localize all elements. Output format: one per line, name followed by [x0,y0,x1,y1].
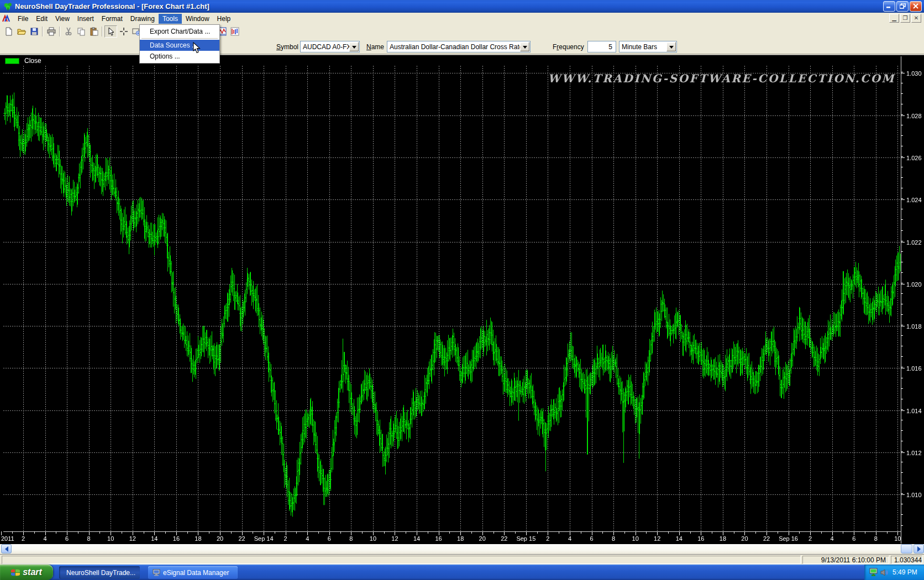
symbol-label: Symbol [276,43,298,51]
menu-view[interactable]: View [51,14,74,24]
windows-logo-icon [11,568,20,577]
ohlc-chart-icon [230,27,239,36]
menu-tools[interactable]: Tools [159,14,182,24]
close-series-label: Close [24,57,41,65]
pointer-icon [107,27,116,36]
close-button[interactable] [910,1,922,12]
paste-icon [90,27,98,36]
menu-window[interactable]: Window [182,14,213,24]
save-button[interactable] [28,25,40,38]
pointer-tool-button[interactable] [104,25,117,38]
status-last-value: 1.030344 [891,556,922,564]
chevron-down-icon[interactable] [666,42,676,51]
window-title: NeuroShell DayTrader Professional - [For… [15,2,209,10]
mdi-close-button[interactable]: ✕ [911,14,921,23]
toolbar-separator [102,27,103,36]
network-icon[interactable] [869,568,878,577]
document-icon [2,14,11,23]
clock: 5:49 PM [893,568,917,576]
copy-button[interactable] [75,25,87,38]
restore-button[interactable] [896,1,909,12]
chart-legend: Close [5,57,41,65]
toolbar-separator [42,27,43,36]
status-message-panel [2,556,801,564]
cut-button[interactable] [62,25,75,38]
frequency-label: Frequency [553,43,584,51]
start-label: start [23,567,42,577]
symbol-row: Symbol AUDCAD A0-FX Name Australian Doll… [0,39,924,54]
chart-region: Close WWW.TRADING-SOFTWARE-COLLECTION.CO… [0,55,924,554]
mouse-cursor [193,42,201,54]
menu-file[interactable]: File [14,14,32,24]
copy-icon [77,27,86,36]
price-chart-canvas[interactable] [0,55,924,555]
bar-type-select[interactable]: Minute Bars [619,41,677,52]
print-button[interactable] [45,25,57,38]
symbol-select[interactable]: AUDCAD A0-FX [300,41,360,52]
taskbar-item-neuroshell[interactable]: NeuroShell DayTrade... [59,566,140,579]
arrow-right-icon [917,546,921,552]
menu-item-options[interactable]: Options ... [140,51,219,62]
esignal-monitor-icon [153,569,160,576]
arrow-left-icon [4,546,9,552]
menu-item-export-chart-data[interactable]: Export Chart/Data ... [140,26,219,37]
taskbar-item-esignal[interactable]: eSignal Data Manager [148,566,238,579]
start-button[interactable]: start [0,565,53,580]
status-bar: 9/13/2011 6:10:00 PM 1.030344 [0,554,924,565]
name-select[interactable]: Australian Dollar-Canadian Dollar Cross … [387,41,531,52]
paste-button[interactable] [87,25,100,38]
scissors-icon [64,27,73,36]
menu-bar: File Edit View Insert Format Drawing Too… [0,13,924,24]
taskbar: start NeuroShell DayTrade... eSignal Dat… [0,565,924,580]
scroll-left-button[interactable] [1,544,12,553]
volume-icon[interactable] [880,568,889,577]
open-button[interactable] [15,25,28,38]
name-label: Name [366,43,384,51]
toolbar [0,24,924,39]
chevron-down-icon[interactable] [349,42,359,51]
open-folder-icon [17,27,26,36]
new-document-button[interactable] [2,25,15,38]
title-bar: NeuroShell DayTrader Professional - [For… [0,0,924,13]
ohlc-chart-button[interactable] [228,25,241,38]
frequency-input[interactable]: 5 [587,41,616,52]
menu-item-data-sources[interactable]: Data Sources ... [140,40,219,51]
close-series-swatch [5,58,19,64]
mdi-restore-button[interactable]: ❐ [900,14,910,23]
chevron-down-icon[interactable] [520,42,529,51]
menu-separator [141,38,218,39]
printer-icon [47,27,56,36]
minimize-button[interactable] [883,1,895,12]
menu-drawing[interactable]: Drawing [127,14,159,24]
menu-help[interactable]: Help [213,14,235,24]
tools-dropdown-menu: Export Chart/Data ... Data Sources ... O… [139,24,220,64]
menu-format[interactable]: Format [98,14,127,24]
mdi-minimize-button[interactable]: ▁ [889,14,899,23]
crosshair-tool-button[interactable] [117,25,130,38]
system-tray: 5:49 PM [864,565,924,580]
new-document-icon [4,27,13,36]
menu-edit[interactable]: Edit [32,14,51,24]
horizontal-scrollbar[interactable] [0,544,924,554]
crosshair-icon [119,27,128,36]
menu-insert[interactable]: Insert [74,14,98,24]
application-window: NeuroShell DayTrader Professional - [For… [0,0,924,580]
watermark: WWW.TRADING-SOFTWARE-COLLECTION.COM [548,72,895,85]
scroll-right-button[interactable] [914,544,924,553]
status-datetime: 9/13/2011 6:10:00 PM [802,556,889,564]
toolbar-separator [59,27,60,36]
save-icon [30,27,39,36]
scrollbar-thumb[interactable] [901,544,912,553]
app-icon [3,2,13,11]
